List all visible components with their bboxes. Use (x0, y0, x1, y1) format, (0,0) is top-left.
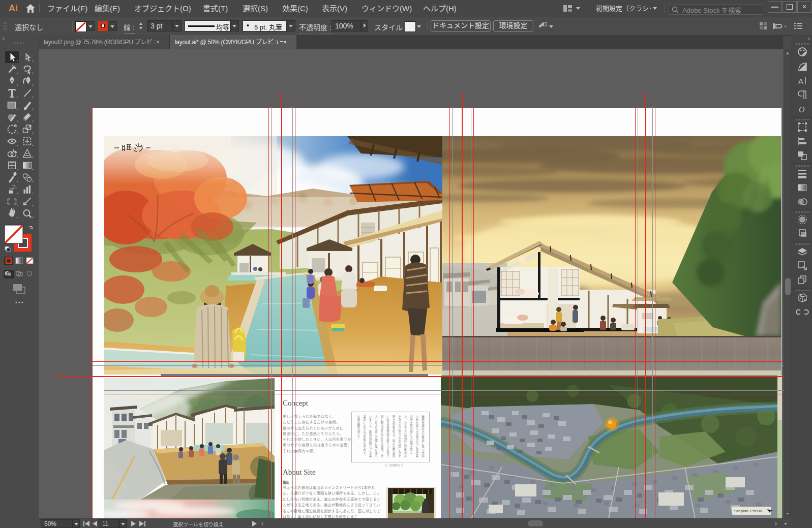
svg-text:«: « (807, 36, 810, 41)
svg-text:O: O (799, 105, 805, 114)
svg-text:Siteplan 1:5000: Siteplan 1:5000 (734, 509, 762, 513)
svg-text:A: A (798, 77, 803, 85)
